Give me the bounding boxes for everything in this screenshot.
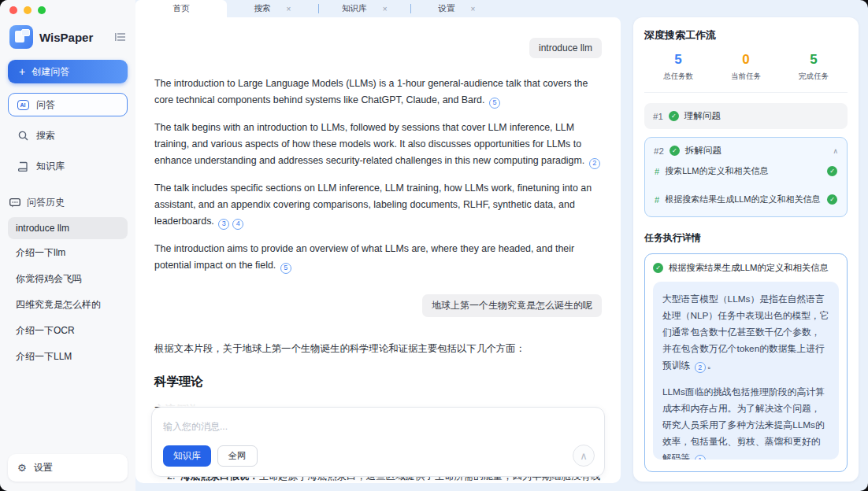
hash-icon: #: [655, 167, 659, 176]
hash-icon: #: [655, 195, 659, 205]
tab-search[interactable]: 搜索 ×: [227, 0, 318, 17]
citation-badge[interactable]: 4: [232, 219, 243, 230]
sidebar-item-knowledge-base[interactable]: 知识库: [8, 154, 128, 178]
history-header-label: 问答历史: [27, 196, 65, 209]
workflow-step-2: #2 ✓ 拆解问题 ∧ # 搜索LLM的定义和相关信息 ✓ # 根据搜索结果生成…: [644, 137, 848, 217]
sidebar-item-label: 问答: [36, 98, 55, 112]
message-input[interactable]: [163, 421, 593, 432]
create-qa-label: 创建问答: [32, 65, 69, 79]
assistant-paragraph: The introduction aims to provide an over…: [154, 241, 602, 275]
close-window-button[interactable]: [9, 6, 17, 14]
send-button[interactable]: ∧: [573, 445, 595, 467]
task-detail-content[interactable]: 大型语言模型（LLMs）是指在自然语言处理（NLP）任务中表现出色的模型，它们通…: [653, 282, 839, 460]
qa-chat-icon: AI: [17, 98, 29, 111]
workflow-step-1[interactable]: #1 ✓ 理解问题: [644, 103, 848, 129]
subtask-label: 搜索LLM的定义和相关信息: [665, 165, 768, 177]
sidebar-item-search[interactable]: 搜索: [8, 124, 128, 147]
user-message-bubble: introduce llm: [529, 38, 602, 58]
history-item[interactable]: 你觉得鸡会飞吗: [8, 267, 128, 291]
app-logo: [9, 25, 33, 49]
workflow-title: 深度搜索工作流: [644, 28, 848, 42]
user-message: 地球上第一个生物究竟是怎么诞生的呢: [154, 294, 602, 317]
window-controls: [8, 0, 128, 17]
citation-badge[interactable]: 2: [589, 158, 600, 169]
tab-label: 首页: [173, 3, 190, 14]
settings-label: 设置: [34, 461, 53, 474]
chevron-up-icon: ∧: [580, 450, 588, 462]
stat-current-tasks: 0 当前任务: [712, 52, 780, 82]
citation-badge[interactable]: 2: [695, 362, 706, 373]
citations: 2: [588, 155, 602, 166]
close-tab-icon[interactable]: ×: [287, 5, 291, 13]
citation-badge[interactable]: 3: [218, 219, 229, 230]
search-icon: [17, 129, 29, 142]
create-qa-button[interactable]: + 创建问答: [8, 60, 128, 83]
history-section-header: 问答历史: [9, 196, 126, 209]
close-tab-icon[interactable]: ×: [383, 5, 388, 13]
user-message-bubble: 地球上第一个生物究竟是怎么诞生的呢: [422, 294, 602, 317]
web-scope-button[interactable]: 全网: [217, 445, 258, 467]
app-window: WisPaper + 创建问答 AI 问答 搜索 知识库: [0, 0, 868, 491]
check-circle-icon: ✓: [827, 194, 837, 205]
minimize-window-button[interactable]: [24, 6, 32, 14]
tab-knowledge-base[interactable]: 知识库 ×: [319, 0, 410, 17]
history-icon: [9, 198, 20, 208]
history-item[interactable]: 四维究竟是怎么样的: [8, 293, 128, 317]
history-item[interactable]: introduce llm: [8, 217, 128, 239]
assistant-paragraph: 根据文本片段，关于地球上第一个生物诞生的科学理论和证据主要包括以下几个方面：: [154, 341, 602, 357]
chevron-up-icon[interactable]: ∧: [833, 147, 838, 155]
tab-settings[interactable]: 设置 ×: [411, 0, 503, 17]
sidebar-item-qa[interactable]: AI 问答: [8, 93, 128, 116]
user-message: introduce llm: [154, 38, 602, 58]
citations: 5: [279, 260, 293, 271]
detail-paragraph: LLMs面临的挑战包括推理阶段的高计算成本和内存占用。为了解决这个问题，研究人员…: [662, 384, 829, 460]
history-item[interactable]: 介绍一下LLM: [8, 345, 128, 369]
gear-icon: ⚙: [17, 463, 27, 473]
chat-panel: introduce llm The introduction to Large …: [135, 17, 621, 483]
stat-total-tasks: 5 总任务数: [644, 52, 712, 82]
detail-paragraph: 大型语言模型（LLMs）是指在自然语言处理（NLP）任务中表现出色的模型，它们通…: [662, 291, 829, 374]
close-tab-icon[interactable]: ×: [471, 5, 476, 13]
assistant-paragraph: The talk includes specific sections on L…: [154, 180, 602, 231]
step-label: 理解问题: [684, 110, 721, 122]
history-item[interactable]: 介绍一下OCR: [8, 319, 128, 343]
task-details-header: 任务执行详情: [644, 231, 848, 245]
step-2-header[interactable]: #2 ✓ 拆解问题 ∧: [654, 145, 838, 157]
tab-bar: 首页 搜索 × 知识库 × 设置 ×: [135, 0, 868, 17]
book-icon: [17, 160, 29, 172]
sidebar-item-settings[interactable]: ⚙ 设置: [8, 454, 128, 482]
tab-home[interactable]: 首页: [135, 0, 227, 17]
step-label: 拆解问题: [685, 145, 721, 157]
plus-icon: +: [19, 66, 25, 77]
composer-area: 知识库 全网 ∧: [151, 407, 605, 477]
sidebar-collapse-icon[interactable]: [115, 32, 126, 42]
check-circle-icon: ✓: [670, 146, 680, 156]
citations: 34: [217, 216, 245, 227]
step-number: #1: [653, 112, 663, 121]
brand-header: WisPaper: [8, 17, 128, 60]
zoom-window-button[interactable]: [38, 6, 46, 14]
citations: 2: [693, 360, 707, 371]
citations: 1: [693, 452, 707, 460]
subtask-label: 根据搜索结果生成LLM的定义和相关信息: [665, 194, 820, 205]
citation-badge[interactable]: 5: [489, 98, 500, 109]
citation-badge[interactable]: 5: [280, 263, 291, 274]
history-item[interactable]: 介绍一下llm: [8, 241, 128, 265]
app-title: WisPaper: [39, 31, 109, 44]
knowledge-base-scope-button[interactable]: 知识库: [163, 445, 211, 467]
citations: 5: [488, 94, 502, 105]
sidebar-item-label: 知识库: [36, 160, 65, 173]
task-detail-title-row: ✓ 根据搜索结果生成LLM的定义和相关信息: [653, 262, 839, 274]
history-list: introduce llm 介绍一下llm 你觉得鸡会飞吗 四维究竟是怎么样的 …: [8, 217, 128, 369]
subtask-row[interactable]: # 搜索LLM的定义和相关信息 ✓: [654, 157, 838, 185]
check-circle-icon: ✓: [653, 263, 663, 273]
tab-label: 知识库: [342, 3, 367, 14]
sidebar: WisPaper + 创建问答 AI 问答 搜索 知识库: [0, 0, 135, 491]
assistant-paragraph: The introduction to Large Language Model…: [154, 76, 602, 109]
task-detail-card: ✓ 根据搜索结果生成LLM的定义和相关信息 大型语言模型（LLMs）是指在自然语…: [644, 253, 848, 472]
subtask-row[interactable]: # 根据搜索结果生成LLM的定义和相关信息 ✓: [654, 185, 838, 213]
workflow-panel: 深度搜索工作流 5 总任务数 0 当前任务 5 完成任务: [633, 17, 859, 482]
citation-badge[interactable]: 1: [695, 455, 706, 460]
task-detail-title: 根据搜索结果生成LLM的定义和相关信息: [669, 262, 829, 274]
assistant-paragraph: The talk begins with an introduction to …: [154, 120, 602, 170]
